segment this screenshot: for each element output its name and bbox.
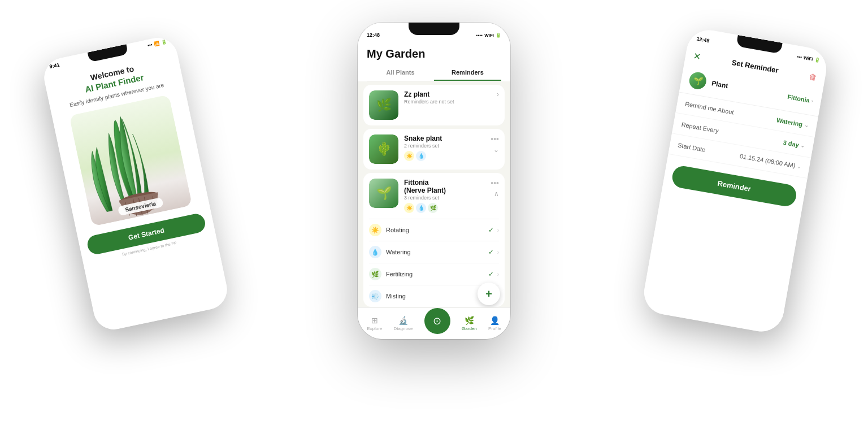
nav-garden[interactable]: 🌿 Garden <box>462 316 477 331</box>
profile-label: Profile <box>488 326 501 331</box>
tab-reminders[interactable]: Reminders <box>434 65 501 81</box>
explore-label: Explore <box>367 326 382 331</box>
plant-name-zz: Zz plant <box>404 90 491 98</box>
center-notch <box>409 23 459 35</box>
reminder-row-rotating[interactable]: ☀️ Rotating ✓ › <box>369 219 499 241</box>
right-time: 12:48 <box>696 36 710 44</box>
reminder-screen: ✕ Set Reminder 🗑 🌱 Plant Fittonia › Remi… <box>641 45 827 335</box>
center-time: 12:48 <box>367 32 380 38</box>
nav-explore[interactable]: ⊞ Explore <box>367 316 382 331</box>
check-fertilizing: ✓ <box>488 270 494 278</box>
check-watering: ✓ <box>488 248 494 256</box>
garden-label: Garden <box>462 326 477 331</box>
reminder-label-watering: Watering <box>386 249 488 255</box>
reminder-plant-label: Plant <box>711 79 788 100</box>
reminder-label-fertilizing: Fertilizing <box>386 271 488 277</box>
left-signal: ▪▪▪ 📶 🔋 <box>147 39 167 48</box>
center-status-bar: 12:48 ▪▪▪▪ WiFi 🔋 <box>358 23 510 43</box>
tabs-row: All Plants Reminders <box>367 65 501 81</box>
chevron-zz[interactable]: › <box>497 90 499 98</box>
plant-reminder-fittonia: 3 reminders set <box>404 195 485 201</box>
left-notch <box>88 44 128 62</box>
more-btn-snake[interactable]: ••• <box>491 134 499 144</box>
reminder-plant-name: Fittonia <box>787 93 810 104</box>
camera-icon: ⊙ <box>433 315 441 327</box>
phone-right: 12:48 ▪▪▪ WiFi 🔋 ✕ Set Reminder 🗑 🌱 Plan… <box>641 27 830 335</box>
diagnose-icon: 🔬 <box>398 316 408 325</box>
plant-reminder-zz: Reminders are not set <box>404 99 491 105</box>
plant-image-area: Sansevieria <box>69 94 192 226</box>
garden-header: My Garden All Plants Reminders <box>358 43 510 81</box>
diagnose-label: Diagnose <box>394 326 413 331</box>
plant-thumb-fittonia: 🌱 <box>369 179 398 208</box>
fittonia-reminder-icons: ☀️ 💧 🌿 <box>404 203 485 213</box>
fab-add-button[interactable]: + <box>478 283 500 305</box>
nav-profile[interactable]: 👤 Profile <box>488 316 501 331</box>
more-btn-fittonia[interactable]: ••• <box>491 179 499 188</box>
chevron-snake[interactable]: ⌄ <box>493 146 499 154</box>
plant-thumb-zz: 🌿 <box>369 90 398 120</box>
garden-icon: 🌿 <box>465 316 474 325</box>
plant-thumb-snake: 🌵 <box>369 134 398 164</box>
trash-button[interactable]: 🗑 <box>809 72 818 82</box>
repeat-every-value: 3 day ⌄ <box>783 139 806 150</box>
explore-icon: ⊞ <box>371 316 378 325</box>
left-time: 9:41 <box>49 62 60 70</box>
profile-icon: 👤 <box>490 316 500 325</box>
snake-reminder-icons: ☀️ 💧 <box>404 151 485 161</box>
reminder-row-watering[interactable]: 💧 Watering ✓ › <box>369 241 499 263</box>
nav-camera-button[interactable]: ⊙ <box>424 308 450 334</box>
reminder-plant-icon: 🌱 <box>688 71 708 90</box>
phone-center: 12:48 ▪▪▪▪ WiFi 🔋 My Garden All Plants R… <box>358 23 510 339</box>
right-notch <box>736 35 782 54</box>
bottom-nav: ⊞ Explore 🔬 Diagnose ⊙ 🌿 Garden 👤 Profil… <box>358 307 510 339</box>
tab-all-plants[interactable]: All Plants <box>367 65 434 81</box>
garden-title: My Garden <box>367 47 501 60</box>
start-date-label: Start Date <box>677 141 740 159</box>
plant-item-fittonia[interactable]: 🌱 Fittonia(Nerve Plant) 3 reminders set … <box>363 173 505 219</box>
phone-left: 9:41 ▪▪▪ 📶 🔋 Welcome to AI Plant Finder … <box>41 34 231 333</box>
start-date-value: 01.15.24 (08:00 AM) <box>739 153 796 169</box>
plant-item-snake[interactable]: 🌵 Snake plant 2 reminders set ☀️ 💧 ••• <box>363 129 505 170</box>
chevron-fittonia[interactable]: ∧ <box>494 190 499 198</box>
plant-name-snake: Snake plant <box>404 134 485 142</box>
plant-item-zz[interactable]: 🌿 Zz plant Reminders are not set › <box>363 85 505 125</box>
nav-diagnose[interactable]: 🔬 Diagnose <box>394 316 413 331</box>
reminder-label-rotating: Rotating <box>386 227 488 233</box>
plant-reminder-snake: 2 reminders set <box>404 143 485 149</box>
plant-name-fittonia: Fittonia(Nerve Plant) <box>404 179 485 194</box>
remind-about-value: Watering ⌄ <box>776 116 809 129</box>
reminder-row-fertilizing[interactable]: 🌿 Fertilizing ✓ › <box>369 263 499 285</box>
check-rotating: ✓ <box>488 226 494 234</box>
